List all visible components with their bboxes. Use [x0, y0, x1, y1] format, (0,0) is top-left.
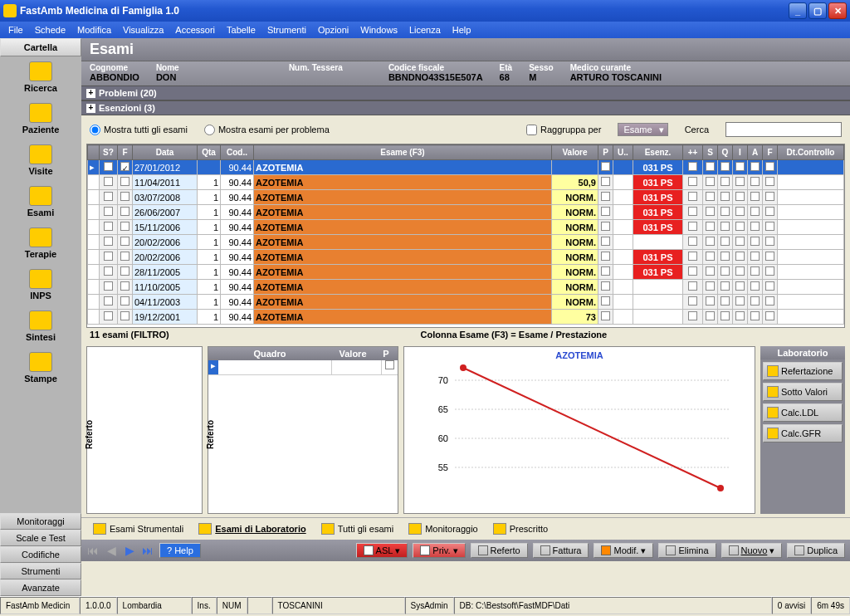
table-row[interactable]: 20/02/2006190.44AZOTEMIANORM. — [88, 235, 844, 250]
tab-tutti-esami[interactable]: Tutti gli esami — [318, 521, 397, 536]
col-header[interactable]: Data — [133, 145, 198, 160]
quadro-pane[interactable]: Referto Quadro Valore P ▸ — [208, 346, 398, 514]
status-ins: Ins. — [192, 597, 217, 614]
sidebar: Cartella Ricerca Paziente Visite Esami T… — [0, 38, 81, 596]
sidebar-tab-monitoraggi[interactable]: Monitoraggi — [0, 513, 81, 530]
nav-visite[interactable]: Visite — [0, 139, 81, 181]
window-title: FastAmb Medicina di Famiglia 1.0 — [20, 5, 789, 17]
col-header[interactable]: Qta — [198, 145, 221, 160]
btn-calc-ldl[interactable]: Calc.LDL — [763, 403, 843, 422]
radio-all-exams[interactable]: Mostra tutti gli esami — [90, 125, 188, 135]
close-button[interactable]: ✕ — [828, 2, 847, 19]
table-row[interactable]: 15/11/2006190.44AZOTEMIANORM.031 PS — [88, 220, 844, 235]
chart-point — [460, 364, 467, 371]
col-header[interactable]: Valore — [552, 145, 598, 160]
btn-fattura[interactable]: Fattura — [533, 543, 589, 558]
col-header[interactable]: S — [703, 145, 718, 160]
maximize-button[interactable]: ▢ — [808, 2, 827, 19]
nav-first[interactable]: ⏮ — [86, 544, 100, 557]
bottom-tabs: Esami Strumentali Esami di Laboratorio T… — [81, 517, 850, 540]
table-row[interactable]: 26/06/2007190.44AZOTEMIANORM.031 PS — [88, 205, 844, 220]
btn-refertazione[interactable]: Refertazione — [763, 362, 843, 380]
sidebar-tab-codifiche[interactable]: Codifiche — [0, 546, 81, 563]
search-input[interactable] — [725, 122, 842, 137]
nav-terapie[interactable]: Terapie — [0, 222, 81, 264]
sidebar-tab-cartella[interactable]: Cartella — [0, 38, 81, 56]
btn-asl[interactable]: ASL▾ — [356, 543, 408, 558]
sidebar-tab-scale-test[interactable]: Scale e Test — [0, 530, 81, 546]
col-header[interactable] — [88, 145, 100, 160]
visite-icon — [29, 144, 52, 164]
btn-help[interactable]: ?Help — [159, 543, 201, 558]
btn-calc-gfr[interactable]: Calc.GFR — [763, 424, 843, 442]
nav-inps[interactable]: INPS — [0, 264, 81, 306]
col-header[interactable]: U.. — [613, 145, 633, 160]
btn-modif[interactable]: Modif.▾ — [594, 543, 653, 558]
quadro-check[interactable] — [385, 360, 394, 369]
col-header[interactable]: ++ — [683, 145, 703, 160]
sidebar-tab-avanzate[interactable]: Avanzate — [0, 579, 81, 596]
col-header[interactable]: S? — [100, 145, 118, 160]
nav-last[interactable]: ⏭ — [141, 544, 154, 557]
nav-esami[interactable]: Esami — [0, 181, 81, 222]
col-header[interactable]: F — [763, 145, 778, 160]
col-header[interactable]: A — [748, 145, 763, 160]
btn-priv[interactable]: Priv.▾ — [413, 543, 465, 558]
radio-per-problem[interactable]: Mostra esami per problema — [204, 125, 330, 135]
col-header[interactable]: P — [598, 145, 613, 160]
col-header[interactable]: Dt.Controllo — [778, 145, 844, 160]
col-header[interactable]: Cod.. — [221, 145, 254, 160]
menu-strumenti[interactable]: Strumenti — [262, 23, 311, 37]
minimize-button[interactable]: _ — [789, 2, 807, 19]
collapse-problemi[interactable]: +Problemi (20) — [81, 86, 850, 100]
menu-windows[interactable]: Windows — [355, 23, 403, 37]
status-avvisi: 0 avvisi — [772, 597, 811, 614]
menu-schede[interactable]: Schede — [30, 23, 71, 37]
menu-opzioni[interactable]: Opzioni — [313, 23, 354, 37]
table-row[interactable]: 28/11/2005190.44AZOTEMIANORM.031 PS — [88, 265, 844, 280]
menu-help[interactable]: Help — [447, 23, 476, 37]
table-row[interactable]: 03/07/2008190.44AZOTEMIANORM.031 PS — [88, 190, 844, 205]
tab-esami-laboratorio[interactable]: Esami di Laboratorio — [195, 521, 309, 536]
referto-pane-1[interactable]: Referto — [86, 346, 203, 514]
exam-grid[interactable]: S?FDataQtaCod..Esame (F3)ValorePU..Esenz… — [86, 144, 845, 328]
table-row[interactable]: 11/04/2011190.44AZOTEMIA50,9031 PS — [88, 175, 844, 190]
table-row[interactable]: 11/10/2005190.44AZOTEMIANORM. — [88, 280, 844, 295]
nav-next[interactable]: ▶ — [123, 544, 136, 557]
chart-title: AZOTEMIA — [555, 350, 603, 360]
menu-accessori[interactable]: Accessori — [170, 23, 220, 37]
tab-prescritto[interactable]: Prescritto — [490, 521, 551, 536]
check-group-by[interactable]: Raggruppa per — [526, 125, 601, 135]
col-header[interactable]: F — [118, 145, 133, 160]
table-row[interactable]: ▸27/01/201290.44AZOTEMIA031 PS — [88, 160, 844, 175]
col-header[interactable]: Esame (F3) — [254, 145, 552, 160]
btn-sotto-valori[interactable]: Sotto Valori — [763, 383, 843, 401]
table-row[interactable]: 19/12/2001190.44AZOTEMIA73 — [88, 310, 844, 325]
patient-sesso: M — [529, 72, 553, 82]
btn-nuovo[interactable]: Nuovo▾ — [721, 543, 783, 558]
menu-licenza[interactable]: Licenza — [404, 23, 446, 37]
btn-duplica[interactable]: Duplica — [787, 543, 845, 558]
col-header[interactable]: Q — [718, 145, 733, 160]
nav-sintesi[interactable]: Sintesi — [0, 306, 81, 347]
sidebar-tab-strumenti[interactable]: Strumenti — [0, 563, 81, 579]
nav-stampe[interactable]: Stampe — [0, 347, 81, 389]
nav-paziente[interactable]: Paziente — [0, 98, 81, 139]
menu-visualizza[interactable]: Visualizza — [118, 23, 169, 37]
col-header[interactable]: I — [733, 145, 748, 160]
collapse-esenzioni[interactable]: +Esenzioni (3) — [81, 100, 850, 115]
nav-ricerca[interactable]: Ricerca — [0, 56, 81, 98]
table-row[interactable]: 20/02/2006190.44AZOTEMIANORM.031 PS — [88, 250, 844, 265]
tab-monitoraggio[interactable]: Monitoraggio — [405, 521, 481, 536]
col-header[interactable]: Esenz. — [633, 145, 683, 160]
menu-tabelle[interactable]: Tabelle — [222, 23, 261, 37]
btn-elimina[interactable]: Elimina — [658, 543, 716, 558]
menu-file[interactable]: File — [3, 23, 28, 37]
menu-modifica[interactable]: Modifica — [72, 23, 116, 37]
referto-label: Referto — [85, 420, 94, 449]
table-row[interactable]: 04/11/2003190.44AZOTEMIANORM. — [88, 295, 844, 310]
nav-prev[interactable]: ◀ — [105, 544, 118, 557]
group-by-combo[interactable]: Esame — [618, 123, 667, 136]
btn-referto[interactable]: Referto — [471, 543, 528, 558]
tab-esami-strumentali[interactable]: Esami Strumentali — [90, 521, 187, 536]
